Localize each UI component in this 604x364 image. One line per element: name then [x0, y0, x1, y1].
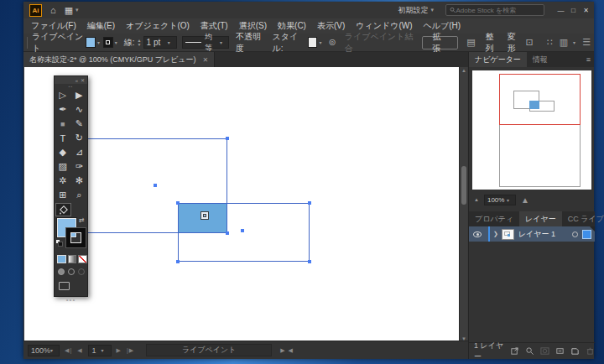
- maximize-button[interactable]: □: [567, 3, 580, 17]
- style-chevron-icon[interactable]: ▾: [319, 39, 321, 45]
- tab-info[interactable]: 情報: [527, 52, 554, 67]
- navigator-zoom-field[interactable]: 100%▾: [484, 195, 516, 205]
- menu-object[interactable]: オブジェクト(O): [126, 20, 190, 32]
- direct-selection-tool[interactable]: ▶: [71, 88, 88, 102]
- anchor-point[interactable]: [308, 201, 311, 205]
- scroll-up-icon[interactable]: ▲: [460, 68, 468, 73]
- status-handle-right-icon[interactable]: ◀: [289, 347, 293, 354]
- locate-object-icon[interactable]: [525, 346, 534, 356]
- swap-fill-stroke-icon[interactable]: ⇄: [79, 216, 85, 224]
- status-display[interactable]: ライブペイント: [146, 344, 272, 356]
- stroke-stepper[interactable]: ▲▼: [138, 39, 142, 47]
- expand-chevron-icon[interactable]: ❯: [493, 231, 498, 237]
- status-handle-left-icon[interactable]: ▶: [280, 347, 284, 354]
- blend-tool[interactable]: ✲: [55, 174, 71, 188]
- layout-chevron-icon[interactable]: ▾: [76, 7, 79, 13]
- stroke-weight-field[interactable]: 1 pt▾: [143, 36, 177, 49]
- selection-tool[interactable]: ▷: [55, 88, 71, 102]
- artboard-number-field[interactable]: 1▾: [88, 345, 112, 356]
- eraser-tool[interactable]: ◆: [55, 145, 71, 159]
- anchor-point[interactable]: [308, 260, 311, 263]
- gradient-button[interactable]: [68, 255, 77, 263]
- tab-close-icon[interactable]: ✕: [203, 56, 209, 64]
- next-artboard-icon[interactable]: ▶: [117, 347, 122, 354]
- stroke-swatch[interactable]: [66, 228, 86, 247]
- anchor-point[interactable]: [176, 201, 180, 205]
- tab-libraries[interactable]: CC ライブラリ: [562, 211, 604, 226]
- pencil-tool[interactable]: ✎: [71, 117, 88, 131]
- workspace-switcher[interactable]: 初期設定: [398, 5, 428, 16]
- menu-edit[interactable]: 編集(E): [87, 20, 115, 32]
- free-transform-icon[interactable]: ⊡: [525, 37, 533, 48]
- zoom-out-icon[interactable]: ▲: [474, 197, 479, 202]
- live-paint-bucket-tool[interactable]: [55, 203, 71, 216]
- color-button[interactable]: [57, 255, 66, 263]
- collapse-icon[interactable]: «: [76, 78, 78, 83]
- center-anchor-2[interactable]: [241, 229, 244, 232]
- artboard-tool[interactable]: ⊞: [55, 188, 71, 202]
- fill-chevron-icon[interactable]: ▾: [97, 39, 100, 45]
- tab-layers[interactable]: レイヤー: [519, 211, 562, 226]
- new-sublayer-icon[interactable]: [555, 346, 565, 356]
- app-logo-icon[interactable]: Ai: [29, 4, 42, 17]
- type-tool[interactable]: T: [55, 131, 71, 145]
- tab-properties[interactable]: プロパティ: [469, 211, 519, 226]
- recolor-artwork-icon[interactable]: ⊚: [328, 37, 336, 48]
- draw-inside-icon[interactable]: [78, 268, 85, 275]
- arrange-chevron-icon[interactable]: ▾: [573, 39, 575, 45]
- scrollbar-thumb[interactable]: [461, 166, 466, 205]
- stroke-profile-select[interactable]: 均等▾: [182, 36, 229, 49]
- minimize-button[interactable]: —: [555, 3, 567, 17]
- arrange-documents-icon[interactable]: ▥: [560, 37, 568, 48]
- document-tab[interactable]: 名称未設定-2* @ 100% (CMYK/GPU プレビュー) ✕: [23, 52, 215, 67]
- adobe-stock-search[interactable]: [445, 4, 544, 16]
- previous-artboard-icon[interactable]: ◀: [77, 347, 82, 354]
- center-anchor-1[interactable]: [154, 184, 157, 187]
- layer-thumbnail[interactable]: [502, 229, 514, 240]
- expand-button[interactable]: 拡張: [422, 36, 459, 49]
- transform-button[interactable]: 変形: [508, 31, 523, 55]
- stroke-chevron-icon[interactable]: ▾: [115, 39, 117, 45]
- options-panel-icon[interactable]: ▤: [466, 37, 475, 48]
- search-input[interactable]: [456, 7, 540, 14]
- home-icon[interactable]: ⌂: [50, 5, 56, 15]
- navigator-menu-icon[interactable]: ≡: [586, 55, 591, 64]
- workspace-chevron-icon[interactable]: ▾: [430, 7, 434, 13]
- panel-close-icon[interactable]: ✕: [81, 77, 85, 83]
- symbol-sprayer-tool[interactable]: ✻: [71, 174, 88, 188]
- navigator-preview[interactable]: [472, 70, 591, 190]
- draw-normal-icon[interactable]: [58, 268, 65, 275]
- new-layer-icon[interactable]: [570, 346, 580, 356]
- align-button[interactable]: 整列: [486, 31, 501, 55]
- layer-row[interactable]: ❯ レイヤー 1: [469, 226, 595, 242]
- artboard-canvas[interactable]: [24, 67, 459, 342]
- menu-type[interactable]: 書式(T): [200, 20, 228, 32]
- close-button[interactable]: ✕: [580, 3, 592, 17]
- none-button[interactable]: [78, 255, 87, 263]
- default-fill-stroke-icon[interactable]: [55, 239, 63, 247]
- artboard-grid-icon[interactable]: ∷: [547, 37, 553, 48]
- document-list-icon[interactable]: ☰: [582, 37, 591, 48]
- anchor-point[interactable]: [226, 137, 229, 140]
- navigator-view-proxy[interactable]: [499, 74, 581, 125]
- opacity-label[interactable]: 不透明度: [236, 31, 266, 55]
- collect-for-export-icon[interactable]: [510, 346, 519, 356]
- draw-behind-icon[interactable]: [68, 268, 75, 275]
- zoom-level-field[interactable]: 100%▾: [28, 345, 60, 356]
- screen-mode-icon[interactable]: [59, 282, 70, 290]
- curvature-tool[interactable]: ∿: [71, 102, 88, 117]
- layer-name[interactable]: レイヤー 1: [518, 229, 555, 240]
- tab-navigator[interactable]: ナビゲーター: [469, 52, 527, 67]
- vertical-scrollbar[interactable]: ▲ ▼: [459, 67, 467, 342]
- zoom-in-icon[interactable]: ▲: [521, 195, 529, 205]
- gradient-tool[interactable]: ▨: [55, 159, 71, 174]
- rectangle-tool[interactable]: ■: [55, 117, 71, 131]
- visibility-eye-icon[interactable]: [473, 231, 482, 237]
- first-artboard-icon[interactable]: ◀|: [65, 347, 72, 354]
- style-swatch[interactable]: [308, 37, 318, 48]
- anchor-point[interactable]: [226, 231, 229, 235]
- eyedropper-tool[interactable]: ✑: [71, 159, 88, 174]
- fill-color-swatch[interactable]: [86, 37, 96, 48]
- anchor-point[interactable]: [176, 260, 180, 263]
- stroke-color-swatch[interactable]: [103, 37, 113, 48]
